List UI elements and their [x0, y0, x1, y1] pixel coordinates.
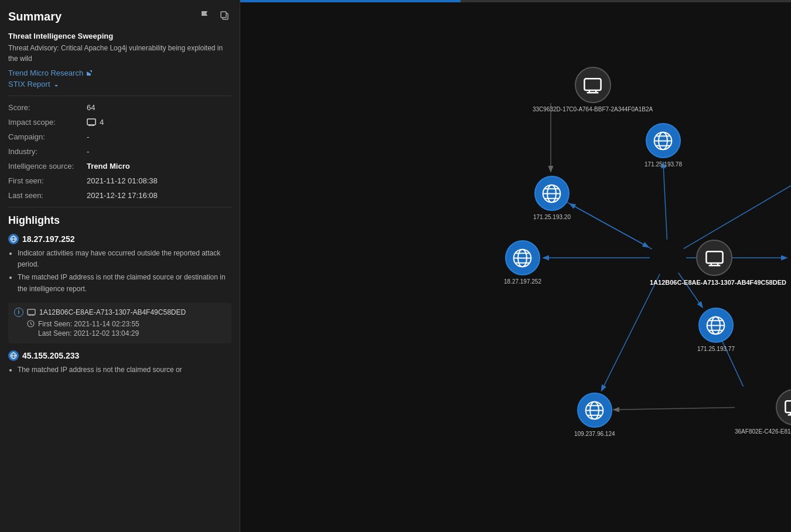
- svg-rect-29: [584, 79, 601, 90]
- globe-icon-1: [8, 234, 19, 244]
- advisory-desc: Threat Advisory: Critical Apache Log4j v…: [8, 43, 231, 64]
- monitor-icon: [87, 118, 96, 126]
- intel-source-row: Intelligence source: Trend Micro: [8, 162, 231, 170]
- last-seen-row: Last seen: 2021-12-12 17:16:08: [8, 191, 231, 200]
- impact-scope-row: Impact scope: 4: [8, 118, 231, 127]
- bullet-item: Indicator activities may have occurred o…: [18, 248, 231, 270]
- graph-node-node-ip-78[interactable]: 171.25.193.78: [645, 123, 682, 168]
- panel-header: Summary: [8, 9, 231, 23]
- device-highlight-block: i 1A12B06C-E8AE-A713-1307-AB4F49C58DED F…: [8, 303, 231, 343]
- device-first-seen: First Seen: 2021-11-14 02:23:55: [27, 320, 226, 328]
- svg-rect-2: [87, 119, 96, 125]
- panel-actions: [198, 9, 231, 23]
- first-seen-row: First seen: 2021-11-12 01:08:38: [8, 176, 231, 185]
- industry-row: Industry: -: [8, 147, 231, 156]
- svg-line-18: [566, 202, 648, 247]
- summary-panel: Summary Threat Intelligence Sweeping Thr…: [0, 0, 240, 532]
- svg-rect-69: [786, 401, 791, 412]
- graph-node-node-ip-77[interactable]: 171.25.193.77: [697, 308, 735, 352]
- svg-rect-1: [221, 12, 226, 18]
- graph-panel: 33C9632D-17C0-A764-BBF7-2A344F0A1B2A 171…: [240, 0, 791, 532]
- trend-micro-link[interactable]: Trend Micro Research: [8, 69, 93, 77]
- graph-node-node-ip-20[interactable]: 171.25.193.20: [533, 176, 571, 220]
- highlight-bullets-1: Indicator activities may have occurred o…: [8, 248, 231, 295]
- copy-button[interactable]: [218, 9, 231, 23]
- flag-button[interactable]: [198, 9, 212, 23]
- highlight-ip-1: 18.27.197.252: [8, 234, 231, 244]
- svg-rect-46: [706, 251, 722, 263]
- svg-rect-9: [28, 309, 35, 315]
- divider-2: [8, 207, 231, 207]
- spacer-icon: [27, 329, 35, 337]
- device-last-seen: Last Seen: 2021-12-02 13:04:29: [27, 329, 226, 337]
- graph-node-node-top-center[interactable]: 33C9632D-17C0-A764-BBF7-2A344F0A1B2A: [533, 67, 653, 112]
- campaign-row: Campaign: -: [8, 132, 231, 141]
- clock-icon: [27, 320, 35, 328]
- graph-node-node-36af[interactable]: 36AF802E-C426-E814-5E3A-70B77F009E51: [735, 389, 791, 435]
- highlight-item-1: 18.27.197.252 Indicator activities may h…: [8, 234, 231, 295]
- bullet-item: The matched IP address is not the claime…: [18, 272, 231, 294]
- divider-1: [8, 96, 231, 96]
- highlights-heading: Highlights: [8, 214, 231, 227]
- graph-node-node-center[interactable]: 1A12B06C-E8AE-A713-1307-AB4F49C58DED: [650, 240, 779, 286]
- panel-title: Summary: [8, 10, 62, 23]
- stix-report-link[interactable]: STIX Report: [8, 80, 60, 88]
- graph-canvas: 33C9632D-17C0-A764-BBF7-2A344F0A1B2A 171…: [240, 0, 791, 532]
- svg-line-27: [614, 408, 735, 410]
- monitor-icon-2: [27, 309, 36, 316]
- svg-line-21: [663, 163, 667, 240]
- highlight-item-2: 45.155.205.233 The matched IP address is…: [8, 350, 231, 376]
- stix-report-link-row: STIX Report: [8, 80, 231, 88]
- svg-line-20: [570, 204, 652, 249]
- bullet-item: The matched IP address is not the claime…: [18, 364, 231, 376]
- highlight-bullets-2: The matched IP address is not the claime…: [8, 364, 231, 376]
- info-icon: i: [14, 308, 23, 317]
- highlight-ip-2: 45.155.205.233: [8, 350, 231, 361]
- trend-micro-link-row: Trend Micro Research: [8, 69, 231, 77]
- score-row: Score: 64: [8, 103, 231, 112]
- device-id-row: i 1A12B06C-E8AE-A713-1307-AB4F49C58DED: [14, 308, 226, 317]
- graph-node-node-ip-252[interactable]: 18.27.197.252: [504, 240, 541, 285]
- graph-node-node-ip-124[interactable]: 109.237.96.124: [574, 393, 615, 437]
- threat-intel-title: Threat Intelligence Sweeping: [8, 32, 231, 40]
- svg-line-25: [602, 274, 660, 390]
- svg-line-22: [684, 169, 791, 248]
- globe-icon-2: [8, 350, 19, 361]
